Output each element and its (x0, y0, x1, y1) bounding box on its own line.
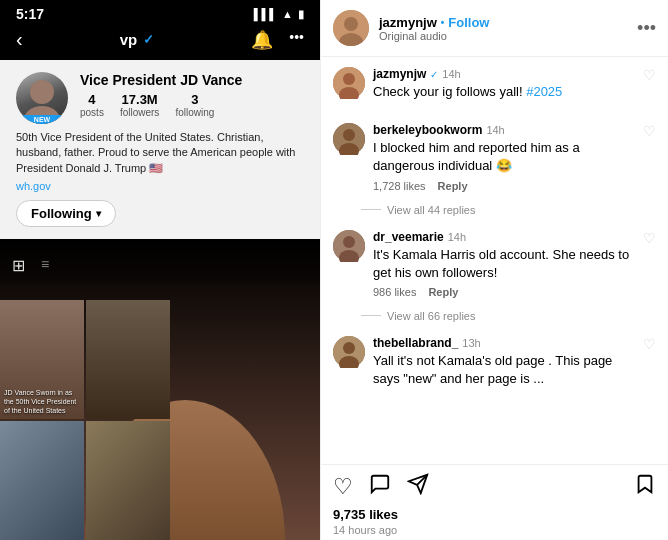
chevron-down-icon: ▾ (96, 208, 101, 219)
heart-icon[interactable]: ♡ (643, 230, 656, 246)
comment-username: berkeleybookworm (373, 123, 482, 137)
comment-header: jazmynjw ✓ 14h (373, 67, 635, 81)
svg-point-9 (343, 129, 355, 141)
verified-icon: ✓ (143, 32, 154, 47)
heart-icon[interactable]: ♡ (643, 67, 656, 83)
comment-body: thebellabrand_ 13h Yall it's not Kamala'… (373, 336, 635, 390)
notification-icon[interactable]: 🔔 (251, 29, 273, 51)
comment-body: berkeleybookworm 14h I blocked him and r… (373, 123, 635, 191)
comment-header: berkeleybookworm 14h (373, 123, 635, 137)
comment-header: dr_veemarie 14h (373, 230, 635, 244)
comment-button[interactable] (369, 473, 391, 501)
right-header-info: jazmynjw • Follow Original audio (379, 15, 637, 42)
more-icon[interactable]: ••• (289, 29, 304, 51)
comment-item: jazmynjw ✓ 14h Check your ig follows yal… (321, 57, 668, 113)
comment-item: berkeleybookworm 14h I blocked him and r… (321, 113, 668, 201)
view-replies-button[interactable]: View all 44 replies (361, 204, 668, 216)
comment-time: 14h (486, 124, 504, 136)
comment-time: 13h (462, 337, 480, 349)
stat-posts: 4 posts (80, 92, 104, 118)
likes-count: 1,728 likes (373, 180, 426, 192)
replies-line (361, 315, 381, 316)
svg-point-12 (343, 236, 355, 248)
nav-username: vp (120, 31, 138, 48)
svg-point-6 (343, 73, 355, 85)
comment-actions: 1,728 likes Reply (373, 180, 635, 192)
comment-time: 14h (448, 231, 466, 243)
avatar (333, 230, 365, 262)
following-label: Following (31, 206, 92, 221)
view-replies-label: View all 44 replies (387, 204, 475, 216)
stat-followers-num: 17.3M (120, 92, 159, 107)
comment-actions: 986 likes Reply (373, 286, 635, 298)
avatar (333, 67, 365, 99)
comment-username: jazmynjw (373, 67, 426, 81)
comment-body: dr_veemarie 14h It's Kamala Harris old a… (373, 230, 635, 298)
reply-button[interactable]: Reply (428, 286, 458, 298)
comment-verified-icon: ✓ (430, 69, 438, 80)
comment-item: dr_veemarie 14h It's Kamala Harris old a… (321, 220, 668, 308)
profile-avatar: NEW (16, 72, 68, 124)
bookmark-button[interactable] (634, 473, 656, 501)
grid-view-icon[interactable]: ⊞ (12, 256, 25, 275)
following-button[interactable]: Following ▾ (16, 200, 116, 227)
comments-area[interactable]: jazmynjw ✓ 14h Check your ig follows yal… (321, 57, 668, 464)
profile-info: Vice President JD Vance 4 posts 17.3M fo… (80, 72, 304, 118)
more-options-button[interactable]: ••• (637, 18, 656, 39)
heart-icon[interactable]: ♡ (643, 123, 656, 139)
like-button[interactable]: ♡ (333, 474, 353, 500)
reply-button[interactable]: Reply (438, 180, 468, 192)
profile-link[interactable]: wh.gov (16, 180, 304, 192)
view-toggle: ⊞ ≡ (0, 248, 320, 283)
nav-right-icons: 🔔 ••• (251, 29, 304, 51)
stat-following-label: following (175, 107, 214, 118)
verified-dot: • (441, 17, 445, 28)
profile-overlay: NEW Vice President JD Vance 4 posts 17.3… (0, 60, 320, 239)
stat-following: 3 following (175, 92, 214, 118)
stat-followers: 17.3M followers (120, 92, 159, 118)
top-nav: ‹ vp ✓ 🔔 ••• (0, 0, 320, 59)
likes-total: 9,735 likes (333, 507, 656, 522)
thumbnail-4[interactable] (86, 421, 170, 540)
comment-text: Check your ig follows yall! #2025 (373, 83, 635, 101)
post-actions: ♡ 9,735 likes 14 hours ago (321, 464, 668, 540)
back-button[interactable]: ‹ (16, 28, 23, 51)
view-replies-label: View all 66 replies (387, 310, 475, 322)
share-button[interactable] (407, 473, 429, 501)
thumbnail-2[interactable] (86, 300, 170, 419)
username-text: jazmynjw (379, 15, 437, 30)
thumbnail-3[interactable] (0, 421, 84, 540)
heart-icon[interactable]: ♡ (643, 336, 656, 352)
replies-line (361, 209, 381, 210)
thumbnail-1[interactable]: JD Vance Sworn in as the 50th Vice Presi… (0, 300, 84, 419)
comment-username: dr_veemarie (373, 230, 444, 244)
nav-username-area: vp ✓ (120, 31, 155, 48)
right-subtitle: Original audio (379, 30, 637, 42)
svg-point-0 (30, 80, 54, 104)
comment-body: jazmynjw ✓ 14h Check your ig follows yal… (373, 67, 635, 103)
hashtag: #2025 (526, 84, 562, 99)
right-avatar (333, 10, 369, 46)
comment-username: thebellabrand_ (373, 336, 458, 350)
right-panel: jazmynjw • Follow Original audio ••• jaz… (320, 0, 668, 540)
avatar (333, 336, 365, 368)
profile-bio: 50th Vice President of the United States… (16, 130, 304, 176)
right-username: jazmynjw • Follow (379, 15, 637, 30)
stat-followers-label: followers (120, 107, 159, 118)
stat-following-num: 3 (175, 92, 214, 107)
list-view-icon[interactable]: ≡ (41, 256, 49, 275)
profile-header: NEW Vice President JD Vance 4 posts 17.3… (16, 72, 304, 124)
right-header: jazmynjw • Follow Original audio ••• (321, 0, 668, 57)
avatar (333, 123, 365, 155)
stat-posts-num: 4 (80, 92, 104, 107)
svg-point-3 (344, 17, 358, 31)
profile-name: Vice President JD Vance (80, 72, 304, 88)
thumbnail-grid: JD Vance Sworn in as the 50th Vice Presi… (0, 300, 170, 540)
post-time: 14 hours ago (333, 524, 656, 536)
stat-posts-label: posts (80, 107, 104, 118)
comment-header: thebellabrand_ 13h (373, 336, 635, 350)
svg-point-15 (343, 342, 355, 354)
profile-stats: 4 posts 17.3M followers 3 following (80, 92, 304, 118)
view-replies-button[interactable]: View all 66 replies (361, 310, 668, 322)
follow-button[interactable]: Follow (448, 15, 489, 30)
